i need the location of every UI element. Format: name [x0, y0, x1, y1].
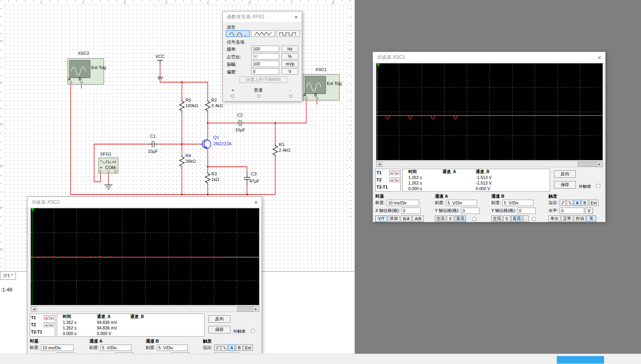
t1-left-button[interactable]: ◀ [389, 170, 394, 175]
xsc2-hscrollbar[interactable]: ◀ ▶ [31, 306, 259, 312]
rising-edge-button[interactable] [560, 200, 566, 206]
chb-dc-button[interactable]: 直流 [511, 216, 522, 222]
resistor-R5[interactable]: R5 100kΩ [180, 98, 198, 113]
col-time: 时间 [63, 314, 97, 320]
t1-right-button[interactable]: ▶ [49, 315, 54, 320]
cha-scale-field[interactable] [100, 345, 131, 351]
resistor-R1[interactable]: R1 2.4kΩ [273, 142, 290, 158]
cursor-t1-flag[interactable] [31, 208, 35, 212]
chb-scale-field[interactable] [502, 200, 533, 206]
chb-ypos-field[interactable] [517, 208, 536, 214]
xsc2-title-bar[interactable]: 示波器-XSC2 × [27, 197, 262, 207]
cha-ac-button[interactable]: 交流 [435, 216, 446, 222]
sine-wave-button[interactable] [226, 30, 250, 37]
duty-cycle-field[interactable] [251, 53, 279, 60]
t2-left-button[interactable]: ◀ [389, 177, 394, 182]
capacitor-C2[interactable]: C2 10µF [235, 113, 245, 132]
plus-terminal[interactable] [231, 94, 234, 98]
xsc1-title-bar[interactable]: 示波器-XSC1 × [373, 52, 605, 62]
offset-field[interactable] [251, 68, 279, 75]
save-button[interactable]: 保存 [209, 326, 230, 333]
common-terminal[interactable] [257, 94, 261, 98]
reverse-button[interactable]: 反向 [209, 315, 230, 323]
trigger-b-button[interactable]: B [581, 200, 588, 206]
resistor-R4[interactable]: R4 20kΩ [180, 153, 196, 169]
cha-dc-button[interactable]: 直流 [455, 216, 466, 222]
square-wave-icon [279, 31, 297, 36]
timebase-scale-field[interactable] [41, 345, 73, 351]
falling-edge-button[interactable] [221, 345, 228, 351]
chb-terminal[interactable] [532, 217, 536, 221]
t2-right-button[interactable]: ▶ [395, 177, 400, 182]
save-button[interactable]: 保存 [554, 181, 576, 189]
chb-zero-button[interactable]: 0 [503, 216, 510, 222]
resistor-R2[interactable]: R2 2.4kΩ [205, 98, 223, 113]
falling-edge-button[interactable] [567, 200, 573, 206]
add-mode-button[interactable]: 添加 [388, 216, 400, 222]
single-trigger-button[interactable]: 单次 [548, 216, 560, 222]
resistor-R3[interactable]: R3 1kΩ [205, 171, 219, 185]
close-icon[interactable]: × [598, 54, 601, 61]
minus-terminal[interactable] [289, 94, 292, 98]
oscilloscope-icon-xsc2[interactable]: Ext Trig A B [68, 59, 106, 85]
amplitude-unit[interactable]: mVp [282, 61, 298, 67]
transistor-Q1[interactable]: Q1 2N2222A [201, 135, 232, 148]
ext-trigger-terminal[interactable] [596, 184, 600, 188]
scroll-left-button[interactable]: ◀ [31, 306, 37, 312]
offset-unit[interactable]: V [282, 68, 298, 75]
t2-right-button[interactable]: ▶ [49, 322, 54, 327]
function-generator-icon-xfg1[interactable]: + COM - [99, 158, 118, 173]
frequency-unit[interactable]: Hz [282, 46, 298, 52]
scroll-thumb[interactable] [577, 162, 597, 167]
amplitude-field[interactable] [251, 61, 279, 67]
auto-trigger-button[interactable]: 自动 [574, 216, 586, 222]
xsc1-hscrollbar[interactable]: ◀ ▶ [376, 161, 603, 167]
triangle-wave-button[interactable] [251, 30, 275, 37]
timebase-scale-field[interactable] [386, 200, 419, 206]
t1-left-button[interactable]: ◀ [44, 315, 48, 320]
cha-ypos-field[interactable] [461, 208, 479, 214]
normal-trigger-button[interactable]: 正常 [561, 216, 573, 222]
ext-trigger-terminal[interactable] [251, 329, 255, 333]
yt-mode-button[interactable]: Y/T [375, 216, 387, 222]
trigger-a-button[interactable]: A [228, 345, 235, 351]
cha-terminal[interactable] [472, 217, 477, 221]
duty-cycle-unit[interactable]: % [282, 53, 298, 60]
capacitor-C3[interactable]: C3 47µF [244, 171, 260, 185]
trigger-ext-button[interactable]: Ext [243, 345, 253, 351]
t2-left-button[interactable]: ◀ [44, 322, 48, 327]
set-rise-fall-time-button[interactable]: 设置上升/下降时间 [239, 76, 287, 83]
reverse-button[interactable]: 反向 [554, 170, 576, 178]
trigger-level-field[interactable] [560, 208, 584, 214]
chb-scale-field[interactable] [157, 345, 188, 351]
cha-zero-button[interactable]: 0 [447, 216, 454, 222]
trigger-a-button[interactable]: A [574, 200, 581, 206]
capacitor-C1[interactable]: C1 10µF [148, 134, 158, 154]
trigger-ext-button[interactable]: Ext [589, 200, 599, 206]
trigger-b-button[interactable]: B [236, 345, 243, 351]
close-icon[interactable]: × [294, 13, 298, 20]
trigger-level-unit[interactable]: V [585, 208, 593, 214]
design-tab[interactable]: 计1 * [0, 272, 16, 280]
fgen-title-bar[interactable]: 函数发生器-XFG1 × [223, 12, 302, 22]
oscilloscope-icon-xsc1[interactable]: Ext Trig A B [303, 75, 342, 100]
xsc1-readout: T1 ◀ ▶ T2 ◀ ▶ T2-T1 时间 通道_A 通道_B 1.262 s… [375, 169, 604, 192]
taskbar-item-blue[interactable] [557, 356, 604, 364]
chb-minus-button[interactable]: - [523, 216, 529, 222]
ba-mode-button[interactable]: B/A [401, 216, 412, 222]
ground-symbol[interactable] [104, 183, 112, 189]
chb-ac-button[interactable]: 交流 [491, 216, 502, 222]
scroll-left-button[interactable]: ◀ [376, 162, 382, 167]
timebase-xpos-field[interactable] [402, 208, 421, 214]
t1-right-button[interactable]: ▶ [395, 170, 400, 175]
ab-mode-button[interactable]: A/B [413, 216, 424, 222]
frequency-field[interactable] [251, 46, 279, 52]
rising-edge-button[interactable] [214, 345, 220, 351]
cursor-t1-flag[interactable] [376, 64, 380, 67]
scroll-right-button[interactable]: ▶ [597, 162, 602, 167]
close-icon[interactable]: × [254, 199, 258, 206]
scroll-right-button[interactable]: ▶ [253, 306, 259, 312]
none-trigger-button[interactable]: 无 [587, 216, 596, 222]
cha-scale-field[interactable] [446, 200, 477, 206]
square-wave-button[interactable] [276, 30, 300, 37]
